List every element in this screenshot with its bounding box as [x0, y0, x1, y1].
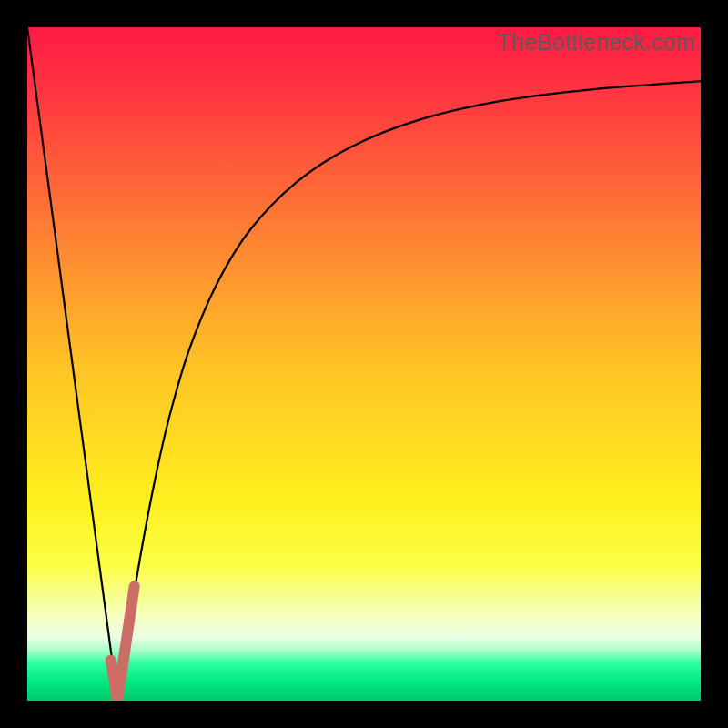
curve-left-branch [27, 27, 117, 701]
watermark-text: TheBottleneck.com [498, 29, 695, 56]
chart-frame: TheBottleneck.com [0, 0, 728, 728]
plot-area: TheBottleneck.com [27, 27, 701, 701]
curves-layer [27, 27, 701, 701]
optimal-marker [111, 586, 135, 701]
curve-right-branch [117, 81, 701, 701]
